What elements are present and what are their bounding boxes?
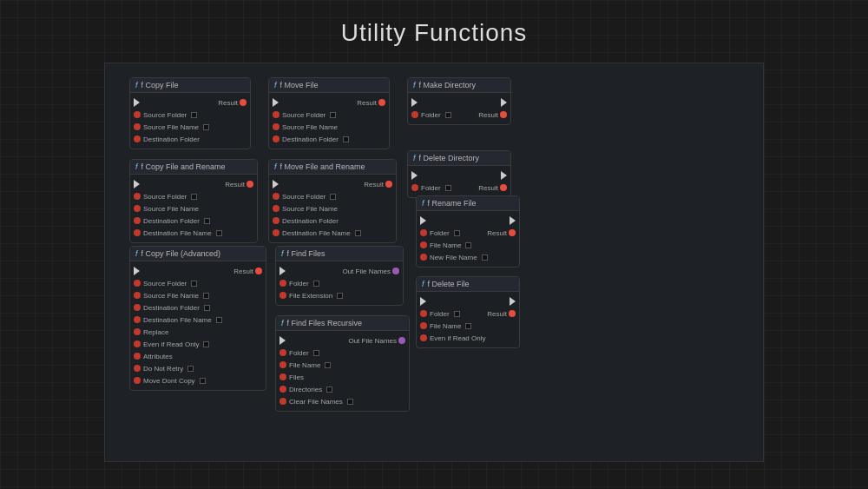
node-copy-advanced-header: f f Copy File (Advanced) (130, 247, 266, 261)
pin (420, 229, 427, 236)
result-pin (255, 268, 262, 274)
node-rename-file: f f Rename File Folder Result File Name (416, 195, 520, 268)
node-copy-advanced-title: f Copy File (Advanced) (141, 249, 221, 258)
node-find-files: f f Find Files Out File Names Folder Fil… (275, 246, 404, 306)
pin (134, 229, 141, 236)
exec-in-pin (273, 98, 279, 107)
func-icon: f (281, 249, 284, 258)
exec-in-pin (411, 171, 418, 180)
source-folder-checkbox[interactable] (191, 112, 197, 118)
func-icon: f (422, 199, 424, 208)
pin (273, 229, 279, 236)
pin (420, 322, 427, 329)
pin (420, 241, 427, 248)
exec-out-pin (510, 216, 516, 225)
source-filename-pin (134, 123, 141, 130)
folder-pin (411, 111, 418, 118)
node-move-rename-header: f f Move File and Rename (269, 160, 396, 175)
page-title: Utility Functions (0, 0, 868, 63)
func-icon: f (274, 81, 277, 89)
result-pin (385, 181, 392, 188)
exec-in-pin (134, 267, 140, 275)
node-rename-file-title: f Rename File (428, 199, 477, 208)
func-icon: f (274, 162, 277, 171)
pin (134, 280, 141, 287)
node-copy-file: f f Copy File Result Source Folder Sourc… (129, 77, 251, 149)
node-find-recursive-title: f Find Files Recursive (287, 319, 363, 327)
node-move-file: f f Move File Result Source Folder Sourc… (268, 77, 390, 149)
pin (420, 310, 427, 317)
exec-in-pin (411, 98, 418, 107)
func-icon: f (413, 81, 416, 89)
result-pin (247, 181, 253, 188)
node-find-files-recursive: f f Find Files Recursive Out File Names … (275, 315, 410, 412)
out-pin (398, 337, 405, 344)
pin (273, 193, 279, 200)
pin (279, 386, 286, 393)
pin (134, 365, 141, 372)
node-delete-dir-header: f f Delete Directory (408, 151, 510, 166)
pin (279, 398, 286, 405)
node-copy-file-rename: f f Copy File and Rename Result Source F… (129, 159, 258, 243)
node-copy-rename-title: f Copy File and Rename (141, 162, 226, 171)
result-pin (509, 229, 516, 236)
node-make-dir-header: f f Make Directory (408, 78, 510, 93)
node-copy-file-advanced: f f Copy File (Advanced) Result Source F… (129, 246, 266, 391)
node-copy-rename-header: f f Copy File and Rename (130, 160, 257, 175)
func-icon: f (413, 154, 416, 162)
result-pin (240, 99, 247, 106)
node-find-files-header: f f Find Files (276, 247, 403, 261)
result-pin (500, 184, 507, 191)
pin (279, 361, 286, 368)
pin (134, 340, 141, 347)
func-icon: f (135, 162, 138, 171)
pin (279, 292, 286, 299)
pin (273, 217, 279, 224)
pin (134, 193, 141, 200)
source-folder-pin (134, 111, 141, 118)
pin (420, 334, 427, 341)
result-pin (378, 99, 385, 106)
source-filename-checkbox[interactable] (203, 124, 209, 130)
checkbox[interactable] (330, 112, 336, 118)
node-find-files-title: f Find Files (287, 249, 326, 258)
result-pin (500, 111, 507, 118)
node-find-recursive-header: f f Find Files Recursive (276, 316, 409, 331)
exec-out-pin (501, 171, 507, 180)
pin (134, 217, 141, 224)
node-delete-file: f f Delete File Folder Result File Name (416, 276, 520, 348)
exec-out-pin (510, 297, 516, 306)
checkbox[interactable] (343, 136, 349, 142)
pin (279, 280, 286, 287)
func-icon: f (135, 249, 138, 258)
node-make-directory: f f Make Directory Folder Result (407, 77, 511, 125)
exec-in-pin (279, 267, 286, 275)
exec-in-pin (420, 297, 426, 306)
node-make-dir-title: f Make Directory (419, 81, 477, 89)
node-move-file-title: f Move File (280, 81, 319, 89)
pin (134, 328, 141, 335)
node-copy-file-title: f Copy File (141, 81, 179, 89)
pin (279, 373, 286, 380)
exec-in-pin (420, 216, 426, 225)
node-rename-file-header: f f Rename File (417, 196, 519, 211)
node-delete-dir-title: f Delete Directory (419, 154, 480, 162)
pin (134, 316, 141, 323)
node-move-file-rename: f f Move File and Rename Result Source F… (268, 159, 397, 243)
node-delete-directory: f f Delete Directory Folder Result (407, 150, 511, 198)
node-move-file-header: f f Move File (269, 78, 389, 93)
pin (134, 292, 141, 299)
pin (134, 353, 141, 360)
node-delete-file-header: f f Delete File (417, 277, 519, 292)
canvas-area[interactable]: f f Copy File Result Source Folder Sourc… (104, 63, 764, 462)
exec-in-pin (279, 336, 286, 345)
pin (411, 184, 418, 191)
dest-folder-pin (134, 135, 141, 142)
exec-in-pin (134, 180, 140, 188)
checkbox[interactable] (445, 112, 451, 118)
exec-in-pin (273, 180, 279, 188)
source-filename-pin (273, 123, 279, 130)
pin (279, 349, 286, 356)
source-folder-pin (273, 111, 279, 118)
exec-out-pin (501, 98, 507, 107)
